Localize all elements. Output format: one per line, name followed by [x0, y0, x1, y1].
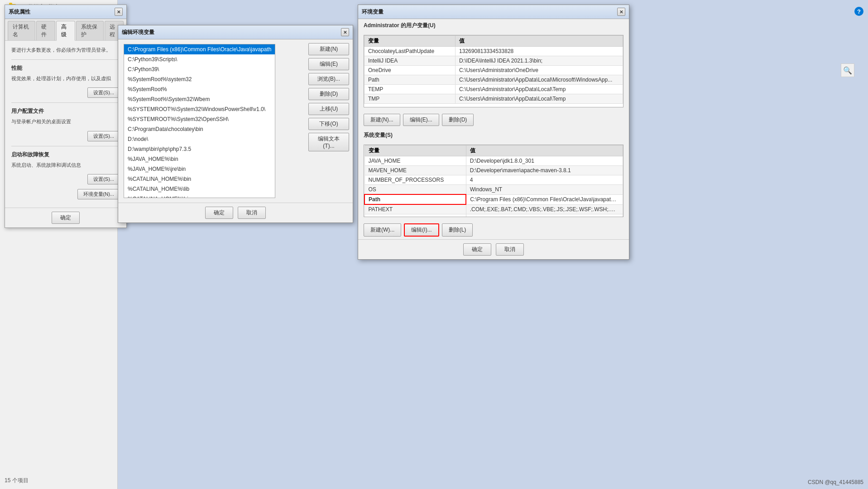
edit-env-close-button[interactable]: ✕: [341, 28, 349, 36]
var-value: AMD64: [466, 214, 623, 218]
env-path-item[interactable]: %CATALINA_HOME%\bin: [124, 174, 275, 184]
env-path-item[interactable]: %JAVA_HOME%\jre\bin: [124, 164, 275, 174]
sys-vars-table-container: 变量 值 JAVA_HOME D:\Developer\jdk1.8.0_301…: [364, 145, 623, 217]
table-row[interactable]: OneDrive C:\Users\Administrator\OneDrive: [364, 66, 623, 75]
edit-env-body: C:\Program Files (x86)\Common Files\Orac…: [118, 39, 353, 203]
sys-val-col-header: 值: [466, 145, 623, 156]
var-value: C:\Users\Administrator\AppData\Local\Tem…: [456, 85, 623, 94]
table-row path-selected[interactable]: Path C:\Program Files (x86)\Common Files…: [364, 194, 623, 204]
env-path-item[interactable]: %JAVA_HOME%\bin: [124, 154, 275, 164]
move-up-button[interactable]: 上移(U): [308, 103, 349, 115]
user-profiles-settings-button[interactable]: 设置(S)...: [87, 131, 120, 141]
var-name: MAVEN_HOME: [364, 166, 466, 175]
sys-path-var-value: C:\Program Files (x86)\Common Files\Orac…: [466, 194, 623, 204]
table-row[interactable]: JAVA_HOME D:\Developer\jdk1.8.0_301: [364, 156, 623, 166]
user-new-button[interactable]: 新建(N)...: [364, 114, 400, 126]
env-path-item[interactable]: C:\Program Files (x86)\Common Files\Orac…: [124, 44, 275, 54]
table-row[interactable]: Path C:\Users\Administrator\AppData\Loca…: [364, 75, 623, 85]
confirm-button[interactable]: 确定: [52, 212, 80, 224]
performance-title: 性能: [11, 64, 120, 72]
env-path-item[interactable]: D:\node\: [124, 134, 275, 144]
search-bar[interactable]: 🔍: [841, 63, 854, 77]
edit-env-titlebar: 编辑环境变量 ✕: [118, 25, 353, 39]
env-path-list[interactable]: C:\Program Files (x86)\Common Files\Orac…: [124, 44, 275, 198]
var-name: ChocolateyLastPathUpdate: [364, 47, 456, 56]
delete-path-button[interactable]: 删除(D): [308, 88, 349, 100]
env-vars-footer: 确定 取消: [358, 239, 629, 259]
user-delete-button[interactable]: 删除(D): [442, 114, 474, 126]
table-row[interactable]: PROCESSOR_ARCHITECTURE AMD64: [364, 214, 623, 218]
user-vars-title: Administrator 的用户变量(U): [358, 19, 629, 31]
help-icon[interactable]: ?: [854, 7, 863, 16]
sys-vars-title: 系统变量(S): [358, 129, 629, 141]
env-path-item[interactable]: %SystemRoot%: [124, 84, 275, 94]
env-path-item[interactable]: %SYSTEMROOT%\System32\OpenSSH\: [124, 114, 275, 124]
table-row[interactable]: IntelliJ IDEA D:\IDEA\IntelliJ IDEA 2021…: [364, 56, 623, 66]
env-path-item[interactable]: C:\Python39\: [124, 64, 275, 74]
env-path-item[interactable]: C:\ProgramData\chocolatey\bin: [124, 124, 275, 134]
user-vars-table: 变量 值 ChocolateyLastPathUpdate 1326908133…: [364, 35, 623, 104]
move-down-button[interactable]: 下移(O): [308, 118, 349, 130]
table-row[interactable]: PATHEXT .COM;.EXE;.BAT;.CMD;.VBS;.VBE;.J…: [364, 204, 623, 214]
new-path-button[interactable]: 新建(N): [308, 43, 349, 55]
file-count: 15 个项目: [5, 477, 29, 484]
var-name: Path: [364, 75, 456, 85]
table-row[interactable]: TEMP C:\Users\Administrator\AppData\Loca…: [364, 85, 623, 94]
var-value: Windows_NT: [466, 185, 623, 195]
edit-env-close-group: ✕: [341, 28, 349, 36]
startup-recovery-desc: 系统启动、系统故障和调试信息: [11, 161, 120, 169]
var-name: NUMBER_OF_PROCESSORS: [364, 175, 466, 185]
table-row[interactable]: MAVEN_HOME D:\Developer\maven\apache-mav…: [364, 166, 623, 175]
user-edit-button[interactable]: 编辑(E)...: [403, 114, 439, 126]
table-row[interactable]: NUMBER_OF_PROCESSORS 4: [364, 175, 623, 185]
sys-props-content: 要进行大多数更改，你必须作为管理员登录。 性能 视觉效果，处理器计划，内存使用，…: [5, 41, 126, 208]
sys-edit-button[interactable]: 编辑(I)...: [404, 223, 439, 237]
tab-hardware[interactable]: 硬件: [36, 21, 55, 40]
csdn-watermark: CSDN @qq_41445885: [808, 479, 863, 485]
env-vars-title: 环境变量: [362, 8, 384, 16]
env-path-item[interactable]: %SYSTEMROOT%\System32\WindowsPowerShell\…: [124, 104, 275, 114]
performance-row: 设置(S)...: [11, 87, 120, 98]
startup-recovery-section: 启动和故障恢复 系统启动、系统故障和调试信息 设置(S)...: [11, 146, 120, 185]
var-value: 132690813334533828: [456, 47, 623, 56]
var-value: C:\Users\Administrator\OneDrive: [456, 66, 623, 75]
user-profiles-title: 用户配置文件: [11, 107, 120, 115]
sys-path-var-name: Path: [364, 194, 466, 204]
env-action-buttons: 新建(N) 编辑(E) 浏览(B)... 删除(D) 上移(U) 下移(O) 编…: [308, 43, 349, 151]
table-row[interactable]: OS Windows_NT: [364, 185, 623, 195]
edit-text-button[interactable]: 编辑文本(T)...: [308, 133, 349, 151]
var-value: C:\Users\Administrator\AppData\Local\Tem…: [456, 94, 623, 104]
edit-env-cancel-button[interactable]: 取消: [238, 207, 266, 219]
performance-settings-button[interactable]: 设置(S)...: [87, 87, 120, 98]
env-vars-close-button[interactable]: ✕: [617, 8, 625, 16]
sys-new-button[interactable]: 新建(W)...: [364, 223, 401, 237]
table-row[interactable]: ChocolateyLastPathUpdate 132690813334533…: [364, 47, 623, 56]
close-button[interactable]: ✕: [115, 8, 123, 16]
env-path-item[interactable]: C:\Python39\Scripts\: [124, 54, 275, 64]
env-vars-confirm-button[interactable]: 确定: [463, 243, 491, 256]
env-vars-cancel-button[interactable]: 取消: [496, 243, 524, 256]
env-path-item[interactable]: %CATALINA_HOME%\lib: [124, 184, 275, 194]
sys-props-dialog: 系统属性 ✕ 计算机名 硬件 高级 系统保护 远程 要进行大多数更改，你必须作为…: [5, 5, 127, 228]
user-profiles-row: 设置(S)...: [11, 131, 120, 141]
var-name: TEMP: [364, 85, 456, 94]
sys-delete-button[interactable]: 删除(L): [442, 223, 473, 237]
tab-system-protection[interactable]: 系统保护: [76, 21, 104, 40]
env-vars-button[interactable]: 环境变量(N)...: [77, 189, 120, 199]
sys-props-title: 系统属性: [9, 8, 30, 16]
env-path-item[interactable]: D:\wamp\bin\php\php7.3.5: [124, 144, 275, 154]
var-name: JAVA_HOME: [364, 156, 466, 166]
edit-path-button[interactable]: 编辑(E): [308, 58, 349, 70]
search-icon: 🔍: [843, 66, 852, 75]
edit-env-confirm-button[interactable]: 确定: [205, 207, 233, 219]
startup-recovery-settings-button[interactable]: 设置(S)...: [87, 174, 120, 184]
env-path-item[interactable]: %SystemRoot%\System32\Wbem: [124, 94, 275, 104]
var-value: .COM;.EXE;.BAT;.CMD;.VBS;.VBE;.JS;.JSE;.…: [466, 204, 623, 214]
tab-advanced[interactable]: 高级: [56, 21, 75, 41]
browse-path-button[interactable]: 浏览(B)...: [308, 73, 349, 85]
env-path-item[interactable]: %SystemRoot%\system32: [124, 74, 275, 84]
table-row[interactable]: TMP C:\Users\Administrator\AppData\Local…: [364, 94, 623, 104]
tab-computer-name[interactable]: 计算机名: [8, 21, 35, 40]
var-value: 4: [466, 175, 623, 185]
env-path-item[interactable]: %CATALINA_HOME%\bin: [124, 194, 275, 198]
